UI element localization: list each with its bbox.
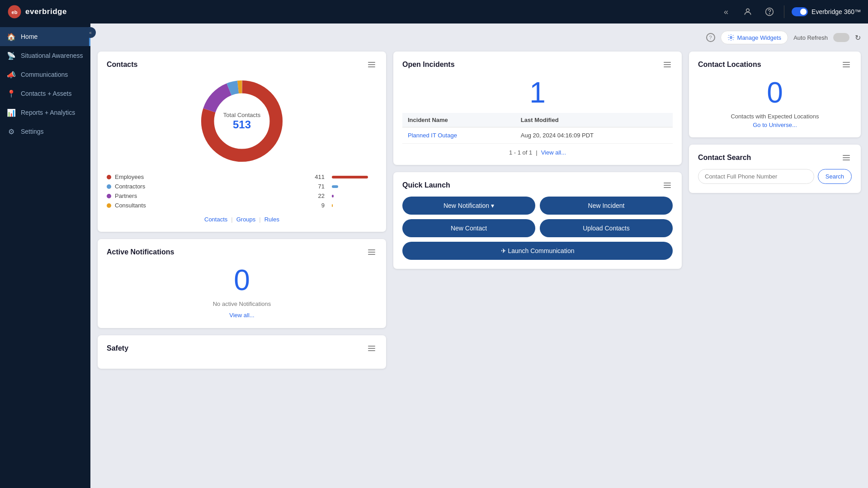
- legend-bar-fill-contractors: [332, 185, 338, 188]
- contact-search-input[interactable]: [698, 169, 814, 184]
- content-area: ? Manage Widgets Auto Refresh ↻ Contacts: [90, 23, 868, 488]
- legend-dot-consultants: [107, 203, 111, 208]
- quick-launch-widget: Quick Launch New Notification ▾ New Inci: [393, 172, 682, 269]
- hamburger-line-10: [664, 62, 671, 63]
- contact-locations-widget: Contact Locations 0 Contacts with Expect…: [689, 52, 861, 137]
- legend-bar-fill-partners: [332, 195, 334, 197]
- widgets-help-btn[interactable]: ?: [706, 33, 715, 42]
- open-incidents-menu-btn[interactable]: [662, 61, 673, 68]
- contact-locations-menu-btn[interactable]: [841, 61, 852, 68]
- sidebar-collapse-btn[interactable]: «: [85, 27, 96, 38]
- legend-item-consultants: Consultants 9: [107, 202, 377, 209]
- legend-bar-consultants: [332, 204, 377, 207]
- contacts-link[interactable]: Contacts: [204, 216, 227, 223]
- rules-link[interactable]: Rules: [264, 216, 279, 223]
- new-incident-btn[interactable]: New Incident: [540, 197, 673, 215]
- dashboard-right: Contact Locations 0 Contacts with Expect…: [689, 52, 861, 481]
- safety-title: Safety: [107, 344, 128, 352]
- legend-item-employees: Employees 411: [107, 174, 377, 180]
- sidebar-item-reports-analytics[interactable]: 📊 Reports + Analytics: [0, 103, 90, 122]
- hamburger-line-18: [843, 66, 850, 67]
- quick-launch-grid: New Notification ▾ New Incident New Cont…: [402, 197, 673, 260]
- sidebar-item-contacts-assets[interactable]: 📍 Contacts + Assets: [0, 84, 90, 103]
- sidebar-item-settings[interactable]: ⚙ Settings: [0, 122, 90, 141]
- brand-toggle-switch[interactable]: [792, 7, 808, 16]
- widgets-bar: ? Manage Widgets Auto Refresh ↻: [98, 31, 861, 44]
- hamburger-line-7: [368, 346, 375, 347]
- contacts-menu-btn[interactable]: [366, 61, 377, 68]
- help-btn[interactable]: [762, 5, 777, 19]
- new-notification-btn[interactable]: New Notification ▾: [402, 197, 535, 215]
- pagination-text: 1 - 1 of 1: [509, 149, 532, 156]
- contacts-legend: Employees 411 Contractors 71: [107, 174, 377, 209]
- dashboard-center: Open Incidents 1 Incident Name Last M: [393, 52, 682, 481]
- legend-bar-partners: [332, 195, 377, 197]
- nav-right: « Everbridge 360™: [719, 5, 861, 19]
- open-incidents-count: 1: [402, 76, 673, 109]
- hamburger-line-21: [843, 160, 850, 160]
- quick-launch-menu-btn[interactable]: [662, 182, 673, 189]
- logo: eb everbridge: [7, 5, 67, 19]
- hamburger-line-4: [368, 249, 375, 250]
- contact-locations-title: Contact Locations: [698, 61, 761, 69]
- contact-search-title: Contact Search: [698, 154, 751, 162]
- hamburger-line-17: [843, 64, 850, 65]
- hamburger-line-1: [368, 62, 375, 63]
- sidebar-item-situational-awareness[interactable]: 📡 Situational Awareness: [0, 46, 90, 65]
- legend-bar-fill-consultants: [332, 204, 333, 207]
- communications-icon: 📣: [7, 70, 15, 79]
- contact-search-btn[interactable]: Search: [818, 169, 852, 184]
- hamburger-line-5: [368, 252, 375, 253]
- incident-name-link[interactable]: Planned IT Outage: [408, 132, 457, 139]
- collapse-nav-btn[interactable]: «: [719, 5, 733, 19]
- quick-launch-header: Quick Launch: [402, 181, 673, 189]
- contacts-links-row: Contacts | Groups | Rules: [107, 216, 377, 223]
- new-contact-btn[interactable]: New Contact: [402, 219, 535, 237]
- groups-link[interactable]: Groups: [236, 216, 256, 223]
- safety-header: Safety: [107, 344, 377, 352]
- hamburger-line-2: [368, 64, 375, 65]
- sidebar: « 🏠 Home 📡 Situational Awareness 📣 Commu…: [0, 23, 90, 488]
- active-notifications-header: Active Notifications: [107, 248, 377, 256]
- legend-name-partners: Partners: [115, 192, 307, 199]
- incident-table: Incident Name Last Modified Planned IT O…: [402, 113, 673, 144]
- col-incident-name: Incident Name: [402, 113, 515, 127]
- quick-launch-title: Quick Launch: [402, 181, 450, 189]
- help-icon: [765, 7, 774, 16]
- notifications-view-all-btn[interactable]: View all...: [229, 312, 254, 319]
- incidents-view-all-btn[interactable]: View all...: [541, 149, 566, 156]
- launch-communication-btn[interactable]: ✈ Launch Communication: [402, 242, 673, 260]
- logo-text: everbridge: [25, 7, 67, 16]
- go-to-universe-link[interactable]: Go to Universe...: [698, 122, 852, 128]
- user-profile-btn[interactable]: [741, 5, 755, 19]
- sidebar-item-communications[interactable]: 📣 Communications: [0, 65, 90, 84]
- donut-container: Total Contacts 513: [107, 76, 377, 166]
- hamburger-line-6: [368, 254, 375, 255]
- manage-widgets-btn[interactable]: Manage Widgets: [721, 31, 788, 44]
- safety-widget: Safety: [98, 335, 386, 369]
- nav-left: eb everbridge: [7, 5, 67, 19]
- contact-search-menu-btn[interactable]: [841, 154, 852, 161]
- auto-refresh-label: Auto Refresh: [793, 34, 828, 41]
- auto-refresh-toggle[interactable]: [833, 33, 849, 42]
- situational-awareness-icon: 📡: [7, 52, 15, 60]
- legend-count-partners: 22: [311, 192, 325, 199]
- refresh-icon[interactable]: ↻: [855, 33, 861, 42]
- active-notifications-widget: Active Notifications 0 No active Notific…: [98, 239, 386, 328]
- donut-total-count: 513: [223, 118, 260, 131]
- donut-label: Total Contacts 513: [223, 112, 260, 131]
- contact-locations-count: 0: [698, 76, 852, 109]
- brand-label: Everbridge 360™: [811, 8, 861, 15]
- contacts-title: Contacts: [107, 61, 137, 69]
- hamburger-line-9: [368, 350, 375, 351]
- legend-item-contractors: Contractors 71: [107, 183, 377, 190]
- legend-bar-employees: [332, 176, 377, 178]
- sidebar-item-home[interactable]: 🏠 Home: [0, 27, 90, 46]
- separator-1: |: [231, 216, 232, 223]
- svg-point-5: [730, 37, 732, 38]
- safety-menu-btn[interactable]: [366, 345, 377, 352]
- hamburger-line-8: [368, 348, 375, 349]
- active-notifications-menu-btn[interactable]: [366, 249, 377, 256]
- svg-point-2: [746, 9, 750, 12]
- upload-contacts-btn[interactable]: Upload Contacts: [540, 219, 673, 237]
